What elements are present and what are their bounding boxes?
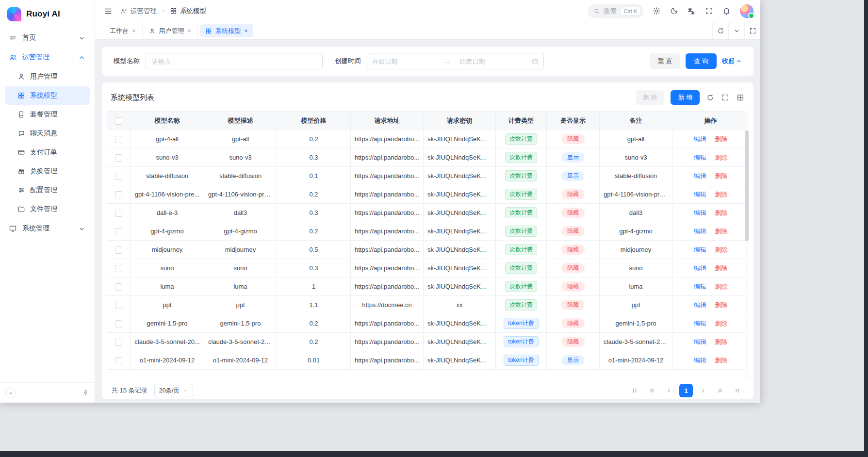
table-row: stable-diffusion stable-diffusion 0.1 ht…	[107, 167, 749, 185]
row-checkbox[interactable]	[115, 357, 122, 364]
select-all-checkbox[interactable]	[115, 117, 122, 125]
pin-icon[interactable]	[82, 389, 89, 396]
fullscreen-icon[interactable]	[721, 93, 730, 102]
page-size-select[interactable]: 20条/页	[154, 384, 193, 397]
breadcrumb-system-model[interactable]: 系统模型	[170, 7, 206, 16]
jump-prev-button[interactable]	[645, 384, 659, 397]
sidebar-item-file-management[interactable]: 文件管理	[5, 200, 90, 218]
sidebar-item-home[interactable]: 首页	[5, 28, 90, 48]
sidebar-item-system-model[interactable]: 系统模型	[5, 86, 90, 105]
user-avatar[interactable]	[740, 4, 753, 18]
cell-operations: 编辑 删除	[672, 167, 749, 185]
row-checkbox[interactable]	[115, 265, 122, 272]
row-checkbox[interactable]	[115, 228, 122, 235]
prev-page-button[interactable]	[662, 384, 676, 397]
collapse-filter-link[interactable]: 收起	[722, 57, 742, 65]
delete-link[interactable]: 删除	[715, 209, 727, 216]
edit-link[interactable]: 编辑	[694, 172, 706, 180]
language-translate-icon[interactable]: 文A	[688, 7, 696, 15]
table-row: suno suno 0.3 https://api.pandarobo... s…	[107, 259, 749, 277]
cell-remark: claude-3-5-sonnet-20...	[600, 333, 672, 351]
settings-gear-icon[interactable]	[653, 7, 661, 15]
row-checkbox[interactable]	[115, 210, 122, 217]
add-button[interactable]: 新 增	[671, 90, 700, 105]
reset-button[interactable]: 重 置	[650, 53, 681, 69]
page-number-1[interactable]: 1	[679, 384, 693, 397]
edit-link[interactable]: 编辑	[694, 246, 706, 253]
sidebar-item-chat-messages[interactable]: 聊天消息	[5, 124, 90, 143]
edit-link[interactable]: 编辑	[694, 209, 706, 216]
sidebar-collapse-button[interactable]: «	[5, 388, 16, 398]
delete-link[interactable]: 删除	[715, 338, 727, 345]
sidebar-item-user-management[interactable]: 用户管理	[5, 67, 90, 86]
edit-link[interactable]: 编辑	[694, 357, 706, 364]
delete-link[interactable]: 删除	[715, 172, 727, 180]
dark-mode-moon-icon[interactable]	[670, 7, 678, 15]
date-range-picker[interactable]: →	[367, 53, 544, 69]
delete-link[interactable]: 删除	[715, 357, 727, 364]
sidebar-item-exchange-management[interactable]: 兑换管理	[5, 162, 90, 180]
global-search[interactable]: 搜索 Ctrl K	[588, 4, 644, 18]
edit-link[interactable]: 编辑	[694, 320, 706, 327]
row-checkbox[interactable]	[115, 302, 122, 309]
edit-link[interactable]: 编辑	[694, 191, 706, 198]
sidebar-item-payment-orders[interactable]: 支付订单	[5, 143, 90, 162]
delete-link[interactable]: 删除	[715, 135, 727, 143]
edit-link[interactable]: 编辑	[694, 283, 706, 290]
edit-link[interactable]: 编辑	[694, 264, 706, 272]
notification-bell-icon[interactable]	[722, 7, 731, 15]
row-checkbox[interactable]	[115, 246, 122, 254]
cell-select	[107, 222, 131, 241]
delete-link[interactable]: 删除	[715, 264, 727, 272]
breadcrumb-operations[interactable]: 运营管理	[120, 7, 157, 16]
delete-link[interactable]: 删除	[715, 228, 727, 235]
next-page-button[interactable]	[696, 384, 710, 397]
delete-link[interactable]: 删除	[715, 154, 727, 161]
chevron-down-icon[interactable]	[728, 22, 744, 39]
sidebar-item-system-management[interactable]: 系统管理	[5, 219, 90, 238]
row-checkbox[interactable]	[115, 154, 122, 162]
jump-next-button[interactable]	[713, 384, 727, 397]
delete-link[interactable]: 删除	[715, 320, 727, 327]
close-icon[interactable]: ×	[244, 28, 248, 34]
delete-link[interactable]: 删除	[715, 246, 727, 253]
edit-link[interactable]: 编辑	[694, 135, 706, 143]
edit-link[interactable]: 编辑	[694, 154, 706, 161]
maximize-icon[interactable]	[744, 22, 760, 39]
row-checkbox[interactable]	[115, 283, 122, 291]
cell-operations: 编辑 删除	[672, 185, 749, 204]
column-settings-icon[interactable]	[736, 93, 745, 102]
close-icon[interactable]: ×	[132, 28, 136, 34]
hamburger-menu-icon[interactable]	[101, 4, 115, 18]
row-checkbox[interactable]	[115, 136, 122, 143]
row-checkbox[interactable]	[115, 320, 122, 327]
billing-type-badge: 次数计费	[505, 262, 537, 274]
close-icon[interactable]: ×	[188, 28, 192, 34]
last-page-button[interactable]	[730, 384, 744, 397]
sidebar-item-package-management[interactable]: 套餐管理	[5, 105, 90, 124]
query-button[interactable]: 查 询	[686, 53, 717, 69]
delete-button[interactable]: 删 除	[636, 90, 665, 105]
first-page-button[interactable]	[628, 384, 642, 397]
delete-link[interactable]: 删除	[715, 301, 727, 309]
vertical-scrollbar[interactable]	[745, 131, 749, 241]
row-checkbox[interactable]	[115, 173, 122, 180]
tab-workbench[interactable]: 工作台 ×	[103, 22, 143, 39]
fullscreen-icon[interactable]	[705, 7, 713, 15]
delete-link[interactable]: 删除	[715, 191, 727, 198]
sidebar-item-config-management[interactable]: 配置管理	[5, 181, 90, 199]
model-name-input[interactable]	[146, 53, 323, 69]
tab-user-management[interactable]: 用户管理 ×	[143, 22, 198, 39]
edit-link[interactable]: 编辑	[694, 228, 706, 235]
delete-link[interactable]: 删除	[715, 283, 727, 290]
refresh-icon[interactable]	[706, 93, 715, 102]
row-checkbox[interactable]	[115, 191, 122, 198]
edit-link[interactable]: 编辑	[694, 338, 706, 345]
tab-system-model[interactable]: 系统模型 ×	[200, 24, 253, 37]
end-date-input[interactable]	[453, 58, 529, 65]
edit-link[interactable]: 编辑	[694, 301, 706, 309]
row-checkbox[interactable]	[115, 339, 122, 346]
refresh-icon[interactable]	[712, 22, 728, 39]
sidebar-item-operations[interactable]: 运营管理	[5, 48, 90, 67]
start-date-input[interactable]	[372, 58, 441, 65]
